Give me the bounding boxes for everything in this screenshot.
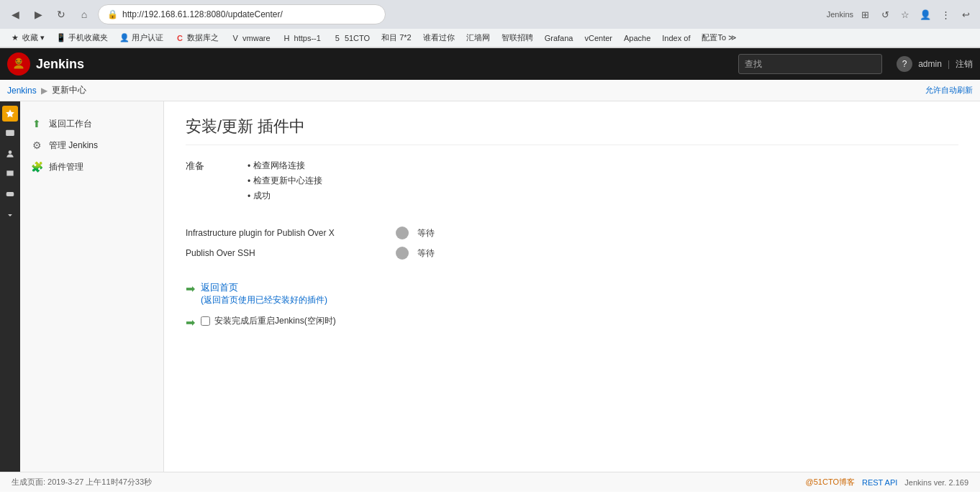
admin-link[interactable]: admin (918, 59, 942, 69)
home-button[interactable]: ⌂ (75, 5, 94, 24)
strip-game[interactable] (2, 186, 18, 202)
jenkins-sidebar: ⬆ 返回工作台 ⚙ 管理 Jenkins 🧩 插件管理 (20, 101, 164, 472)
bookmark-label: 汇墙网 (466, 32, 490, 43)
jenkins-main: ⬆ 返回工作台 ⚙ 管理 Jenkins 🧩 插件管理 安装/更新 插件中 准备 (0, 101, 980, 472)
bookmark-button[interactable]: ☆ (897, 6, 914, 23)
sidebar-item-manage[interactable]: ⚙ 管理 Jenkins (20, 134, 163, 156)
bookmark-zhilian[interactable]: 智联招聘 (497, 31, 537, 45)
page-title: 安装/更新 插件中 (186, 116, 958, 145)
bookmark-label: 用户认证 (132, 32, 163, 43)
bookmark-vcenter[interactable]: vCenter (580, 32, 617, 44)
browser-menu-label: Jenkins (827, 10, 853, 19)
bookmark-51cto[interactable]: 5 51CTO (328, 32, 374, 45)
footer-right: @51CTO博客 REST API Jenkins ver. 2.169 (806, 477, 968, 488)
jenkins-topbar: Jenkins ? admin | 注销 (0, 48, 980, 80)
rest-api-link[interactable]: REST API (862, 478, 897, 487)
svg-rect-3 (6, 130, 14, 136)
history-button[interactable]: ↩ (957, 6, 974, 23)
bookmark-hemu[interactable]: 和目 7*2 (377, 31, 416, 45)
browser-toolbar: ◀ ▶ ↻ ⌂ 🔒 http://192.168.61.128:8080/upd… (0, 0, 980, 29)
strip-message[interactable] (2, 166, 18, 182)
topbar-actions: ? admin | 注销 (897, 56, 973, 72)
svg-point-1 (16, 60, 17, 62)
svg-point-4 (9, 150, 12, 154)
monitor-icon (5, 129, 15, 139)
bookmark-label: Apache (624, 34, 650, 42)
jenkins-icon (11, 56, 27, 72)
arrow-icon-1: ➡ (186, 282, 195, 296)
bookmark-config[interactable]: 配置To ≫ (697, 31, 741, 45)
bookmark-huiqiang[interactable]: 汇墙网 (462, 31, 494, 45)
breadcrumb-current: 更新中心 (52, 84, 86, 96)
action-link-group-1: 返回首页 (返回首页使用已经安装好的插件) (201, 281, 327, 306)
sidebar-item-return[interactable]: ⬆ 返回工作台 (20, 113, 163, 134)
profile-button[interactable]: 👤 (917, 6, 934, 23)
address-bar[interactable]: 🔒 http://192.168.61.128:8080/updateCente… (98, 4, 386, 24)
status-section: 准备 检查网络连接 检查更新中心连接 成功 (186, 160, 958, 205)
db-icon: C (175, 33, 185, 43)
return-home-link[interactable]: 返回首页 (201, 281, 327, 294)
manage-icon: ⚙ (30, 139, 43, 152)
extensions-button[interactable]: ⊞ (856, 6, 874, 23)
plugin-item-1: Infrastructure plugin for Publish Over X… (186, 227, 958, 239)
bookmark-vmware[interactable]: V vmware (226, 32, 275, 45)
help-button[interactable]: ? (897, 56, 912, 72)
jenkins-app: Jenkins ? admin | 注销 Jenkins ▶ 更新中心 允许自动… (0, 48, 980, 492)
jenkins-search[interactable] (738, 54, 882, 74)
search-input[interactable] (738, 54, 882, 74)
plugin-list: Infrastructure plugin for Publish Over X… (186, 227, 958, 260)
bookmark-label: vCenter (584, 34, 612, 42)
strip-monitor[interactable] (2, 126, 18, 142)
separator: | (948, 59, 950, 69)
jenkins-content: 安装/更新 插件中 准备 检查网络连接 检查更新中心连接 成功 Infrastr… (164, 101, 980, 472)
restart-checkbox-label[interactable]: 安装完成后重启Jenkins(空闲时) (201, 315, 336, 327)
bookmark-auth[interactable]: 👤 用户认证 (115, 31, 168, 45)
prepare-label: 准备 (186, 160, 204, 205)
refresh-button[interactable]: ↻ (52, 5, 71, 24)
bookmark-index[interactable]: Index of (658, 32, 694, 44)
bookmark-label: 手机收藏夹 (68, 32, 108, 43)
user-icon: 👤 (119, 33, 130, 43)
plugin-item-2: Publish Over SSH 等待 (186, 247, 958, 260)
bookmark-grafana[interactable]: Grafana (540, 32, 578, 44)
restart-checkbox[interactable] (201, 316, 210, 326)
return-home-sub[interactable]: (返回首页使用已经安装好的插件) (201, 294, 327, 306)
social-icon (5, 149, 15, 159)
browser-chrome: ◀ ▶ ↻ ⌂ 🔒 http://192.168.61.128:8080/upd… (0, 0, 980, 48)
bookmark-collections[interactable]: ★ 收藏 ▾ (6, 31, 49, 45)
refresh-action[interactable]: ↺ (876, 6, 894, 23)
breadcrumb-bar: Jenkins ▶ 更新中心 允许自动刷新 (0, 80, 980, 101)
back-button[interactable]: ◀ (6, 5, 24, 24)
status-text-2: 等待 (417, 247, 435, 260)
bookmark-label: 和目 7*2 (381, 32, 412, 43)
secure-icon: 🔒 (107, 9, 118, 19)
bookmark-label: 收藏 ▾ (22, 32, 45, 43)
bookmarks-bar: ★ 收藏 ▾ 📱 手机收藏夹 👤 用户认证 C 数据库之 V vmware H … (0, 29, 980, 47)
sidebar-nav: ⬆ 返回工作台 ⚙ 管理 Jenkins 🧩 插件管理 (20, 109, 163, 182)
logout-link[interactable]: 注销 (956, 58, 973, 70)
bookmark-who[interactable]: 谁看过你 (419, 31, 459, 45)
jenkins-logo-image (7, 52, 30, 76)
more-button[interactable]: ⋮ (937, 6, 954, 23)
strip-social[interactable] (2, 146, 18, 162)
svg-point-2 (20, 60, 22, 62)
strip-star[interactable] (2, 106, 18, 122)
auto-refresh-link[interactable]: 允许自动刷新 (925, 85, 973, 96)
sidebar-item-plugins[interactable]: 🧩 插件管理 (20, 156, 163, 178)
bookmark-label: 谁看过你 (423, 32, 455, 43)
breadcrumb-jenkins[interactable]: Jenkins (7, 86, 37, 96)
footer-version: Jenkins ver. 2.169 (904, 478, 968, 487)
bookmark-https[interactable]: H https--1 (278, 32, 325, 45)
bookmark-mobile[interactable]: 📱 手机收藏夹 (52, 31, 112, 45)
https-icon: H (282, 33, 292, 43)
status-text-1: 等待 (417, 227, 435, 239)
bookmark-apache[interactable]: Apache (620, 32, 655, 44)
forward-button[interactable]: ▶ (29, 5, 47, 24)
address-text: http://192.168.61.128:8080/updateCenter/ (122, 9, 283, 19)
footer-timestamp: 生成页面: 2019-3-27 上午11时47分33秒 (12, 477, 152, 488)
browser-actions: Jenkins ⊞ ↺ ☆ 👤 ⋮ ↩ (827, 6, 974, 23)
strip-download[interactable] (2, 206, 18, 222)
bookmark-db[interactable]: C 数据库之 (171, 31, 223, 45)
check-success: 成功 (248, 190, 322, 202)
bookmark-label: 智联招聘 (502, 32, 533, 43)
